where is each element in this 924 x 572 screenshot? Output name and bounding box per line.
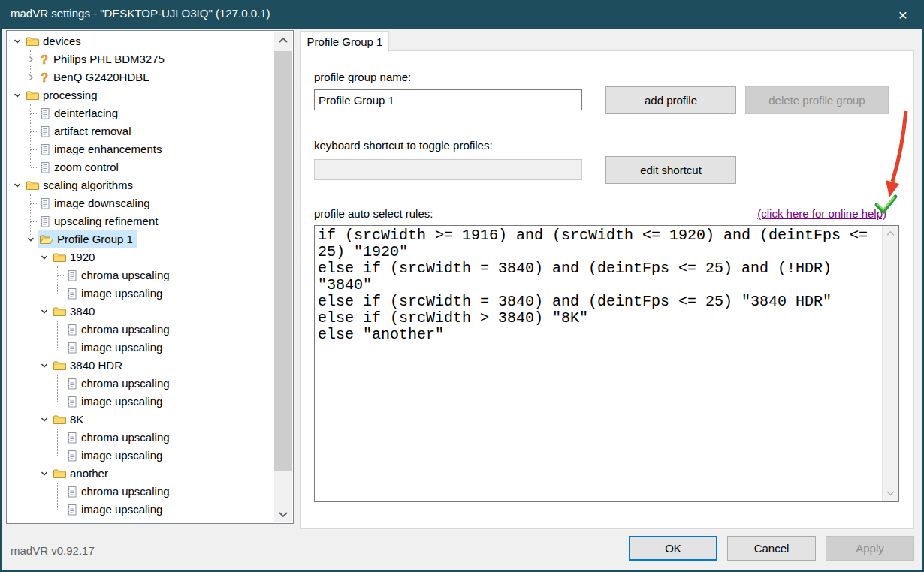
madvr-settings-window: madVR settings - "DESKTOP-UJLO3IQ" (127.… (0, 0, 924, 572)
doc-icon (66, 396, 77, 408)
doc-icon (39, 161, 50, 174)
tree-item-chroma-upscaling[interactable]: chroma upscaling (11, 429, 273, 447)
apply-button: Apply (826, 536, 914, 561)
tree-item-3840-hdr[interactable]: 3840 HDR (11, 357, 273, 375)
tree-item-image-upscaling[interactable]: image upscaling (11, 393, 273, 411)
doc-icon (39, 215, 50, 228)
auto-select-rules-editor[interactable]: if (srcWidth >= 1916) and (srcWidth <= 1… (314, 225, 899, 502)
chevron-down-icon[interactable] (11, 86, 24, 104)
question-icon: ? (39, 53, 50, 66)
chevron-right-icon[interactable] (11, 519, 24, 522)
chevron-down-icon[interactable] (11, 32, 24, 50)
tree-item-image-downscaling[interactable]: image downscaling (11, 194, 273, 212)
chevron-right-icon[interactable] (24, 50, 38, 68)
keyboard-shortcut-input[interactable] (314, 159, 582, 180)
rules-scroll-down-icon[interactable] (883, 486, 898, 501)
scroll-up-icon[interactable] (274, 32, 292, 48)
tree-connector (24, 158, 38, 176)
tab-label: Profile Group 1 (307, 35, 383, 48)
close-icon[interactable]: × (892, 4, 913, 25)
tree-connector (51, 483, 65, 501)
tree-item-label: another (70, 466, 108, 481)
tree-item-label: chroma upscaling (81, 484, 170, 499)
profile-group-name-label: profile group name: (314, 71, 411, 83)
chevron-down-icon[interactable] (38, 411, 51, 429)
tree-item-image-enhancements[interactable]: image enhancements (11, 140, 273, 158)
tree-item-chroma-upscaling[interactable]: chroma upscaling (11, 321, 273, 339)
chevron-down-icon[interactable] (38, 248, 51, 266)
tree-item-label: image upscaling (81, 286, 162, 301)
rules-scroll-up-icon[interactable] (883, 226, 898, 241)
tree-item-label: zoom control (54, 160, 119, 175)
chevron-down-icon[interactable] (38, 465, 51, 483)
tree-item-profile-group-1[interactable]: Profile Group 1 (11, 230, 273, 248)
online-help-link[interactable]: (click here for online help) (757, 207, 886, 220)
tree-connector (24, 122, 38, 140)
tree-item-1920[interactable]: 1920 (11, 248, 273, 266)
tree-item-image-upscaling[interactable]: image upscaling (11, 339, 273, 357)
tree-connector (51, 429, 65, 447)
add-profile-button[interactable]: add profile (605, 86, 736, 114)
tree-item-label: image upscaling (81, 340, 162, 355)
tree-item-chroma-upscaling[interactable]: chroma upscaling (11, 266, 273, 284)
tree-item-benq-g2420hdbl[interactable]: ?BenQ G2420HDBL (11, 68, 273, 86)
doc-icon (66, 450, 77, 462)
tree-item-label: image downscaling (54, 196, 150, 211)
tree-item-label: BenQ G2420HDBL (53, 70, 149, 85)
tree-item-rendering[interactable]: rendering (11, 519, 273, 522)
tree-item-devices[interactable]: devices (11, 32, 273, 50)
tree-item-artifact-removal[interactable]: artifact removal (11, 122, 273, 140)
rules-scrollbar[interactable] (882, 226, 898, 501)
folder-icon (26, 179, 39, 191)
edit-shortcut-button[interactable]: edit shortcut (605, 156, 736, 184)
titlebar[interactable]: madVR settings - "DESKTOP-UJLO3IQ" (127.… (0, 0, 924, 29)
tree-item-image-upscaling[interactable]: image upscaling (11, 501, 273, 519)
tree-item-upscaling-refinement[interactable]: upscaling refinement (11, 212, 273, 230)
tree-item-label: artifact removal (54, 124, 131, 139)
chevron-down-icon[interactable] (11, 176, 24, 194)
folder-icon (53, 251, 66, 263)
folder-open-icon (39, 233, 53, 245)
doc-icon (39, 143, 50, 156)
cancel-button[interactable]: Cancel (727, 536, 816, 561)
tree-item-3840[interactable]: 3840 (11, 303, 273, 321)
tree-item-label: 1920 (70, 250, 95, 265)
tree-item-image-upscaling[interactable]: image upscaling (11, 284, 273, 303)
tree-item-deinterlacing[interactable]: deinterlacing (11, 104, 273, 122)
doc-icon (39, 197, 50, 210)
tree-item-label: image enhancements (54, 142, 162, 157)
tree-item-label: 8K (70, 412, 83, 427)
tree-item-zoom-control[interactable]: zoom control (11, 158, 273, 176)
settings-tree: devices?Philips PHL BDM3275?BenQ G2420HD… (8, 32, 273, 522)
tree-scrollbar-thumb[interactable] (274, 51, 292, 471)
tree-item-label: Profile Group 1 (57, 232, 133, 247)
tree-item-another[interactable]: another (11, 465, 273, 483)
tree-item-processing[interactable]: processing (11, 86, 273, 104)
chevron-right-icon[interactable] (24, 68, 38, 86)
profile-group-name-input[interactable] (314, 89, 582, 110)
tree-connector (51, 339, 65, 357)
version-text: madVR v0.92.17 (11, 544, 95, 557)
tree-item-label: devices (43, 34, 81, 49)
ok-button[interactable]: OK (629, 536, 717, 561)
tree-item-scaling-algorithms[interactable]: scaling algorithms (11, 176, 273, 194)
doc-icon (66, 288, 77, 300)
tree-item-chroma-upscaling[interactable]: chroma upscaling (11, 375, 273, 393)
dialog-content: devices?Philips PHL BDM3275?BenQ G2420HD… (2, 29, 922, 570)
scroll-down-icon[interactable] (274, 506, 292, 522)
tree-connector (51, 393, 65, 411)
tab-profile-group-1[interactable]: Profile Group 1 (300, 31, 389, 52)
tree-item-8k[interactable]: 8K (11, 411, 273, 429)
window-title: madVR settings - "DESKTOP-UJLO3IQ" (127.… (11, 7, 270, 20)
chevron-down-icon[interactable] (38, 357, 51, 375)
doc-icon (66, 486, 77, 498)
tree-item-label: image upscaling (81, 448, 162, 463)
chevron-down-icon[interactable] (38, 303, 51, 321)
tree-item-philips-phl-bdm3275[interactable]: ?Philips PHL BDM3275 (11, 50, 273, 68)
tree-item-image-upscaling[interactable]: image upscaling (11, 447, 273, 465)
folder-icon (53, 468, 66, 480)
tree-scrollbar[interactable] (274, 32, 292, 522)
chevron-down-icon[interactable] (24, 230, 38, 248)
doc-icon (66, 269, 77, 282)
tree-item-chroma-upscaling[interactable]: chroma upscaling (11, 483, 273, 501)
